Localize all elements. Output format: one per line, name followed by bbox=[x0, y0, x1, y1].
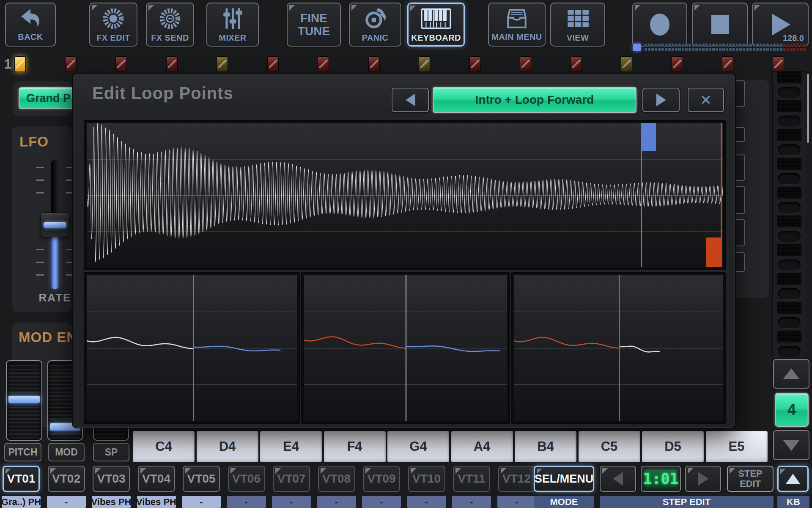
corner-notch-icon bbox=[602, 468, 608, 474]
toolbar-fx-edit-button[interactable]: FX EDIT bbox=[89, 3, 137, 47]
corner-notch-icon bbox=[410, 6, 416, 11]
toolbar-keyboard-button[interactable]: KEYBOARD bbox=[407, 3, 465, 47]
track-button-vt05[interactable]: VT05 bbox=[183, 466, 220, 492]
patch-select-button[interactable]: Grand P bbox=[19, 87, 74, 109]
step-led bbox=[419, 56, 430, 72]
track-button-vt01[interactable]: VT01 bbox=[3, 466, 40, 492]
wheel-button-pitch[interactable]: PITCH bbox=[4, 443, 41, 461]
loop-end-marker-line bbox=[721, 123, 722, 267]
piano-key-c5[interactable]: C5 bbox=[579, 431, 640, 462]
scrollbar-thumb[interactable] bbox=[807, 74, 809, 143]
loop-mode-next-button[interactable] bbox=[642, 88, 680, 112]
loop-mode-prev-button[interactable] bbox=[392, 88, 429, 112]
meter-cell bbox=[790, 48, 793, 51]
piano-key-f4[interactable]: F4 bbox=[324, 431, 386, 462]
track-button-vt10[interactable]: VT10 bbox=[408, 466, 445, 492]
close-button[interactable]: ✕ bbox=[688, 88, 724, 112]
pitch-wheel[interactable] bbox=[6, 360, 42, 441]
track-button-vt07[interactable]: VT07 bbox=[273, 466, 310, 492]
piano-key-d5[interactable]: D5 bbox=[642, 431, 704, 462]
corner-notch-icon bbox=[780, 469, 786, 474]
scroll-ridge-strip[interactable] bbox=[772, 71, 806, 357]
key-label: F4 bbox=[347, 439, 362, 454]
track-button-vt09[interactable]: VT09 bbox=[363, 466, 400, 492]
toolbar-main-menu-button[interactable]: MAIN MENU bbox=[488, 3, 546, 47]
track-button-vt06[interactable]: VT06 bbox=[228, 466, 265, 492]
toolbar-back-button[interactable]: BACK bbox=[5, 3, 56, 47]
meter-cell bbox=[753, 44, 755, 47]
pattern-next-button[interactable] bbox=[685, 466, 721, 492]
track-strip: - bbox=[452, 496, 491, 508]
piano-key-g4[interactable]: G4 bbox=[387, 431, 449, 462]
zoom-panel-loop-end[interactable] bbox=[511, 272, 726, 424]
toolbar-fx-send-button[interactable]: FX SEND bbox=[146, 3, 194, 47]
octave-down-button[interactable] bbox=[773, 430, 809, 460]
ridge-teeth bbox=[777, 273, 801, 285]
tempo-value: 128.0 bbox=[783, 33, 804, 43]
meter-cell bbox=[800, 44, 803, 47]
octave-up-button[interactable] bbox=[773, 359, 809, 389]
track-strip: - bbox=[272, 496, 311, 508]
loop-start-marker-handle[interactable] bbox=[641, 123, 656, 151]
track-button-label: VT10 bbox=[412, 472, 441, 486]
toolbar-stop-button[interactable] bbox=[692, 3, 748, 47]
wheel-button-sp[interactable]: SP bbox=[93, 443, 129, 461]
ridge-pill bbox=[778, 116, 801, 127]
track-button-vt12[interactable]: VT12 bbox=[498, 466, 535, 492]
step-led bbox=[14, 56, 26, 72]
step-edit-line1: STEP bbox=[738, 469, 762, 479]
piano-key-b4[interactable]: B4 bbox=[515, 431, 576, 462]
key-label: D5 bbox=[664, 439, 681, 454]
zoom-panel-mid[interactable] bbox=[301, 272, 510, 424]
corner-notch-icon bbox=[411, 468, 416, 474]
waveform-display[interactable] bbox=[84, 120, 726, 270]
meter-cell bbox=[793, 44, 796, 47]
pattern-prev-button[interactable] bbox=[600, 466, 636, 492]
kb-button[interactable] bbox=[777, 466, 809, 492]
ridge-teeth bbox=[777, 215, 801, 227]
zoom-panel-loop-start[interactable] bbox=[84, 272, 300, 424]
track-strip: - bbox=[47, 496, 86, 508]
toolbar-record-button[interactable] bbox=[632, 3, 687, 47]
meter-cell bbox=[661, 44, 664, 47]
toolbar-label: VIEW bbox=[567, 33, 589, 43]
piano-key-a4[interactable]: A4 bbox=[451, 431, 513, 462]
piano-key-e5[interactable]: E5 bbox=[706, 431, 768, 462]
meter-cell bbox=[648, 44, 650, 47]
octave-value-button[interactable]: 4 bbox=[775, 393, 809, 427]
track-button-label: VT09 bbox=[368, 472, 396, 486]
toolbar-panic-button[interactable]: PANIC bbox=[349, 3, 401, 47]
meter-cell bbox=[668, 44, 671, 47]
toolbar-play-button[interactable]: 128.0 bbox=[752, 3, 809, 47]
meter-cell bbox=[716, 44, 718, 47]
toolbar-mixer-button[interactable]: MIXER bbox=[206, 3, 259, 47]
keyboard-icon bbox=[420, 6, 452, 31]
loop-end-marker-handle[interactable] bbox=[706, 237, 721, 267]
loop-mode-selector[interactable]: Intro + Loop Forward bbox=[433, 87, 636, 113]
sel-menu-button[interactable]: SEL/MENU bbox=[534, 466, 594, 492]
toolbar-label: FX SEND bbox=[151, 33, 189, 43]
track-button-vt04[interactable]: VT04 bbox=[138, 466, 175, 492]
track-button-vt08[interactable]: VT08 bbox=[318, 466, 355, 492]
meter-cell bbox=[702, 48, 705, 51]
track-strip: - bbox=[227, 496, 266, 508]
track-button-vt03[interactable]: VT03 bbox=[93, 466, 130, 492]
wheel-button-mod[interactable]: MOD bbox=[48, 443, 85, 461]
track-button-vt02[interactable]: VT02 bbox=[48, 466, 85, 492]
meter-cell bbox=[776, 44, 779, 47]
ridge-pill bbox=[778, 144, 801, 155]
step-led bbox=[368, 56, 380, 72]
step-edit-button[interactable]: STEP EDIT bbox=[727, 466, 774, 492]
meter-cell bbox=[665, 44, 667, 47]
lfo-rate-fader-handle[interactable] bbox=[41, 213, 69, 237]
piano-key-e4[interactable]: E4 bbox=[260, 431, 322, 462]
track-button-vt11[interactable]: VT11 bbox=[453, 466, 490, 492]
meter-cell bbox=[770, 44, 772, 47]
piano-key-d4[interactable]: D4 bbox=[197, 431, 258, 462]
piano-key-c4[interactable]: C4 bbox=[133, 431, 195, 462]
meter-cell bbox=[645, 44, 647, 47]
toolbar-fine-tune-button[interactable]: FINETUNE bbox=[287, 3, 341, 47]
meter-cell bbox=[658, 44, 661, 47]
panic-icon bbox=[363, 6, 387, 31]
toolbar-view-button[interactable]: VIEW bbox=[550, 3, 605, 47]
